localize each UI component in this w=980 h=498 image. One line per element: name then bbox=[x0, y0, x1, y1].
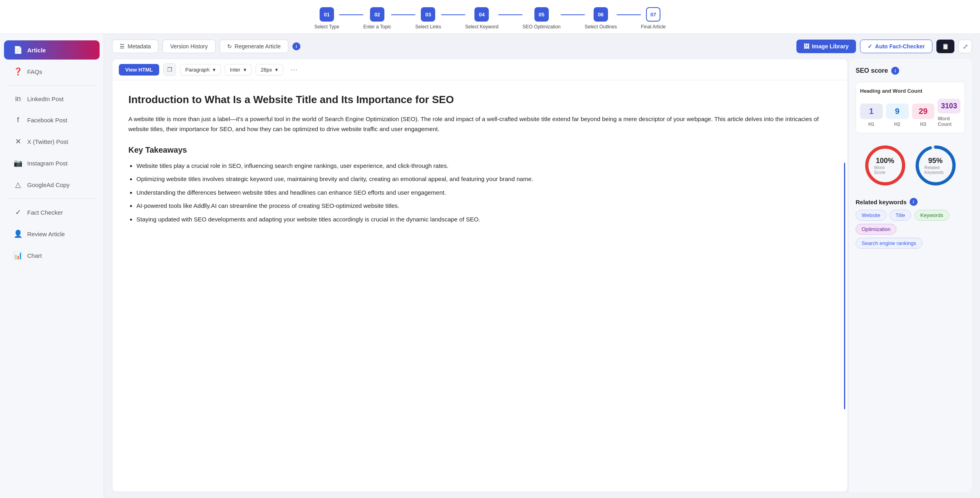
step-2-circle: 02 bbox=[370, 7, 384, 22]
paragraph-label: Paragraph bbox=[185, 67, 210, 73]
related-kw-sub-label: Related Keywords bbox=[924, 165, 946, 175]
linkedin-icon: in bbox=[14, 95, 22, 103]
export-button[interactable]: 📋 bbox=[936, 40, 954, 53]
sidebar-label-factchecker: Fact Checker bbox=[27, 209, 63, 216]
key-takeaways-heading: Key Takeaways bbox=[128, 143, 826, 157]
factchecker-icon: ✓ bbox=[14, 208, 22, 217]
step-3-circle: 03 bbox=[421, 7, 435, 22]
step-6[interactable]: 06 Select Outlines bbox=[585, 7, 617, 30]
related-kw-title-row: Related keywords i bbox=[856, 198, 965, 206]
step-5-label: SEO Optimization bbox=[522, 24, 560, 30]
info-icon[interactable]: i bbox=[292, 42, 300, 50]
step-3[interactable]: 03 Select Links bbox=[415, 7, 441, 30]
main-layout: 📄 Article ❓ FAQs in LinkedIn Post f Face… bbox=[0, 34, 980, 498]
word-score-inner: 100% Word Score bbox=[874, 157, 896, 175]
step-4-label: Select Keyword bbox=[465, 24, 498, 30]
expand-icon: ⤢ bbox=[963, 43, 968, 50]
toolbar-left: ☰ Metadata Version History ↻ Regenerate … bbox=[112, 40, 792, 53]
article-icon: 📄 bbox=[14, 46, 22, 54]
related-kw-info-icon[interactable]: i bbox=[910, 198, 918, 206]
sidebar-label-twitter: X (Twitter) Post bbox=[27, 138, 68, 145]
expand-button[interactable]: ⤢ bbox=[958, 40, 972, 53]
stepper: 01 Select Type 02 Enter a Topic 03 Selec… bbox=[314, 7, 666, 30]
related-kw-inner: 95% Related Keywords bbox=[924, 157, 946, 175]
circles-row: 100% Word Score 95% bbox=[856, 143, 965, 187]
sidebar-item-faqs[interactable]: ❓ FAQs bbox=[4, 62, 100, 81]
related-kw-circle: 95% Related Keywords bbox=[914, 143, 958, 187]
kw-tag-website[interactable]: Website bbox=[856, 210, 886, 221]
content-area: ☰ Metadata Version History ↻ Regenerate … bbox=[104, 34, 980, 498]
related-kw-pct: 95% bbox=[928, 157, 942, 165]
hwc-title: Heading and Word Count bbox=[860, 88, 960, 94]
step-1[interactable]: 01 Select Type bbox=[314, 7, 339, 30]
paragraph-select[interactable]: Paragraph ▾ bbox=[180, 64, 221, 76]
view-html-label: View HTML bbox=[125, 67, 153, 73]
seo-title-row: SEO score i bbox=[856, 67, 965, 75]
step-7[interactable]: 07 Final Article bbox=[641, 7, 666, 30]
image-icon: 🖼 bbox=[804, 43, 809, 50]
key-takeaways-list: Website titles play a crucial role in SE… bbox=[136, 161, 826, 225]
sidebar-item-article[interactable]: 📄 Article bbox=[4, 40, 100, 60]
font-select[interactable]: Inter ▾ bbox=[225, 64, 252, 76]
regenerate-button[interactable]: ↻ Regenerate Article bbox=[220, 40, 288, 53]
sidebar-item-factchecker[interactable]: ✓ Fact Checker bbox=[4, 203, 100, 222]
view-html-button[interactable]: View HTML bbox=[119, 64, 159, 76]
more-options-button[interactable]: ⋯ bbox=[287, 64, 301, 76]
kw-tag-title[interactable]: Title bbox=[890, 210, 911, 221]
step-connector-3 bbox=[441, 14, 465, 15]
step-4[interactable]: 04 Select Keyword bbox=[465, 7, 498, 30]
keyword-tags: Website Title Keywords Optimization Sear… bbox=[856, 210, 965, 249]
sidebar-item-twitter[interactable]: ✕ X (Twitter) Post bbox=[4, 132, 100, 151]
step-5[interactable]: 05 SEO Optimization bbox=[522, 7, 560, 30]
size-select[interactable]: 28px ▾ bbox=[256, 64, 283, 76]
related-kw-svg: 95% Related Keywords bbox=[914, 143, 958, 187]
step-2-label: Enter a Topic bbox=[363, 24, 391, 30]
copy-icon: ❐ bbox=[167, 66, 172, 73]
auto-fact-button[interactable]: ✓ Auto Fact-Checker bbox=[860, 40, 932, 53]
article-title: Introduction to What Is a Website Title … bbox=[128, 93, 826, 107]
stepper-bar: 01 Select Type 02 Enter a Topic 03 Selec… bbox=[0, 0, 980, 34]
step-2[interactable]: 02 Enter a Topic bbox=[363, 7, 391, 30]
metadata-button[interactable]: ☰ Metadata bbox=[112, 40, 158, 53]
instagram-icon: 📷 bbox=[14, 159, 22, 167]
sidebar-item-review[interactable]: 👤 Review Article bbox=[4, 224, 100, 243]
editor-content[interactable]: Introduction to What Is a Website Title … bbox=[112, 80, 842, 492]
chart-icon: 📊 bbox=[14, 251, 22, 260]
sidebar-label-linkedin: LinkedIn Post bbox=[27, 96, 64, 102]
related-keywords-section: Related keywords i Website Title Keyword… bbox=[856, 198, 965, 249]
list-item: AI-powered tools like Addlly.AI can stre… bbox=[136, 201, 826, 211]
kw-tag-optimization[interactable]: Optimization bbox=[856, 224, 896, 235]
facebook-icon: f bbox=[14, 116, 22, 124]
toolbar-right: 🖼 Image Library ✓ Auto Fact-Checker 📋 ⤢ bbox=[796, 40, 972, 53]
kw-tag-rankings[interactable]: Search engine rankings bbox=[856, 238, 922, 249]
seo-panel: SEO score i Heading and Word Count 1 H1 … bbox=[848, 59, 972, 492]
check-icon: ✓ bbox=[868, 43, 872, 50]
copy-button[interactable]: ❐ bbox=[163, 63, 176, 76]
sidebar-item-googlead[interactable]: △ GoogleAd Copy bbox=[4, 175, 100, 194]
step-7-circle: 07 bbox=[646, 7, 660, 22]
size-label: 28px bbox=[261, 67, 272, 73]
sidebar-label-facebook: Facebook Post bbox=[27, 117, 67, 124]
kw-tag-keywords[interactable]: Keywords bbox=[914, 210, 949, 221]
step-connector-6 bbox=[617, 14, 641, 15]
editor-container: View HTML ❐ Paragraph ▾ Inter ▾ 28px bbox=[112, 59, 848, 492]
step-6-circle: 06 bbox=[594, 7, 608, 22]
sidebar-item-facebook[interactable]: f Facebook Post bbox=[4, 111, 100, 129]
related-kw-heading: Related keywords bbox=[856, 199, 907, 205]
h2-label: H2 bbox=[894, 122, 900, 127]
step-7-label: Final Article bbox=[641, 24, 666, 30]
scroll-indicator bbox=[844, 163, 845, 409]
version-history-button[interactable]: Version History bbox=[162, 40, 215, 53]
sidebar-item-chart[interactable]: 📊 Chart bbox=[4, 246, 100, 265]
step-connector-5 bbox=[561, 14, 585, 15]
article-intro: A website title is more than just a labe… bbox=[128, 114, 826, 134]
sidebar-item-linkedin[interactable]: in LinkedIn Post bbox=[4, 90, 100, 108]
step-1-label: Select Type bbox=[314, 24, 339, 30]
sidebar-label-instagram: Instagram Post bbox=[27, 160, 68, 167]
sidebar-item-instagram[interactable]: 📷 Instagram Post bbox=[4, 153, 100, 173]
seo-info-icon[interactable]: i bbox=[891, 67, 899, 75]
step-3-label: Select Links bbox=[415, 24, 441, 30]
image-library-button[interactable]: 🖼 Image Library bbox=[796, 40, 856, 53]
refresh-icon: ↻ bbox=[227, 43, 232, 50]
h1-label: H1 bbox=[868, 122, 874, 127]
